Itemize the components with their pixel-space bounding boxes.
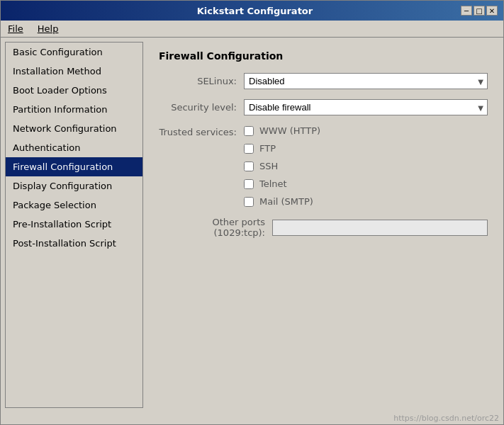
- security-level-control: Disable firewall Enable firewall No fire…: [244, 99, 488, 115]
- sidebar-item-partition-information[interactable]: Partition Information: [6, 100, 142, 119]
- checkbox-row-www: WWW (HTTP): [244, 125, 488, 136]
- trusted-services-label: Trusted services:: [159, 125, 244, 207]
- window-title: Kickstart Configurator: [49, 6, 461, 16]
- security-level-select-wrapper: Disable firewall Enable firewall No fire…: [244, 99, 488, 115]
- window-controls: ─ □ ✕: [461, 6, 498, 16]
- minimize-button[interactable]: ─: [461, 6, 472, 16]
- panel-title: Firewall Configuration: [159, 50, 488, 62]
- other-ports-label: Other ports (1029:tcp):: [159, 217, 272, 238]
- sidebar: Basic Configuration Installation Method …: [5, 42, 143, 408]
- checkbox-label-mail: Mail (SMTP): [259, 196, 313, 207]
- sidebar-item-authentication[interactable]: Authentication: [6, 138, 142, 157]
- trusted-services-section: Trusted services: WWW (HTTP) FTP SSH: [159, 125, 488, 207]
- menu-bar: File Help: [1, 21, 503, 38]
- help-menu[interactable]: Help: [33, 22, 63, 35]
- sidebar-item-boot-loader-options[interactable]: Boot Loader Options: [6, 81, 142, 100]
- file-menu-label: File: [8, 23, 23, 34]
- checkbox-ftp[interactable]: [244, 144, 254, 154]
- sidebar-item-basic-configuration[interactable]: Basic Configuration: [6, 42, 142, 62]
- checkbox-label-ftp: FTP: [259, 143, 276, 154]
- security-level-select[interactable]: Disable firewall Enable firewall No fire…: [244, 99, 488, 115]
- main-window: Kickstart Configurator ─ □ ✕ File Help B…: [0, 0, 504, 425]
- sidebar-item-installation-method[interactable]: Installation Method: [6, 62, 142, 81]
- content-area: Basic Configuration Installation Method …: [1, 38, 503, 412]
- selinux-label: SELinux:: [159, 76, 244, 86]
- checkbox-row-telnet: Telnet: [244, 178, 488, 189]
- sidebar-item-firewall-configuration[interactable]: Firewall Configuration: [6, 157, 142, 176]
- file-menu[interactable]: File: [4, 22, 28, 35]
- sidebar-item-network-configuration[interactable]: Network Configuration: [6, 119, 142, 138]
- checkbox-label-telnet: Telnet: [259, 178, 287, 189]
- maximize-button[interactable]: □: [474, 6, 485, 16]
- security-level-label: Security level:: [159, 102, 244, 113]
- other-ports-input[interactable]: [272, 220, 488, 236]
- close-button[interactable]: ✕: [486, 6, 498, 16]
- checkbox-label-www: WWW (HTTP): [259, 125, 320, 136]
- checkbox-label-ssh: SSH: [259, 161, 278, 171]
- selinux-control: Disabled Enforcing Permissive ▼: [244, 73, 488, 89]
- checkbox-row-ssh: SSH: [244, 161, 488, 171]
- other-ports-row: Other ports (1029:tcp):: [159, 217, 488, 238]
- security-level-row: Security level: Disable firewall Enable …: [159, 99, 488, 115]
- checkbox-telnet[interactable]: [244, 179, 254, 189]
- checkbox-row-ftp: FTP: [244, 143, 488, 154]
- title-bar: Kickstart Configurator ─ □ ✕: [1, 1, 503, 21]
- watermark: https://blog.csdn.net/orc22: [1, 412, 503, 424]
- sidebar-item-post-installation-script[interactable]: Post-Installation Script: [6, 234, 142, 253]
- checkbox-ssh[interactable]: [244, 162, 254, 171]
- sidebar-item-pre-installation-script[interactable]: Pre-Installation Script: [6, 215, 142, 234]
- trusted-services-list: WWW (HTTP) FTP SSH Telnet: [244, 125, 488, 207]
- main-panel: Firewall Configuration SELinux: Disabled…: [147, 42, 499, 408]
- checkbox-mail-smtp[interactable]: [244, 197, 254, 207]
- help-menu-label: Help: [38, 23, 59, 34]
- selinux-row: SELinux: Disabled Enforcing Permissive ▼: [159, 73, 488, 89]
- sidebar-item-display-configuration[interactable]: Display Configuration: [6, 176, 142, 196]
- checkbox-row-mail: Mail (SMTP): [244, 196, 488, 207]
- sidebar-item-package-selection[interactable]: Package Selection: [6, 196, 142, 215]
- selinux-select-wrapper: Disabled Enforcing Permissive ▼: [244, 73, 488, 89]
- selinux-select[interactable]: Disabled Enforcing Permissive: [244, 73, 488, 89]
- checkbox-www-http[interactable]: [244, 126, 254, 136]
